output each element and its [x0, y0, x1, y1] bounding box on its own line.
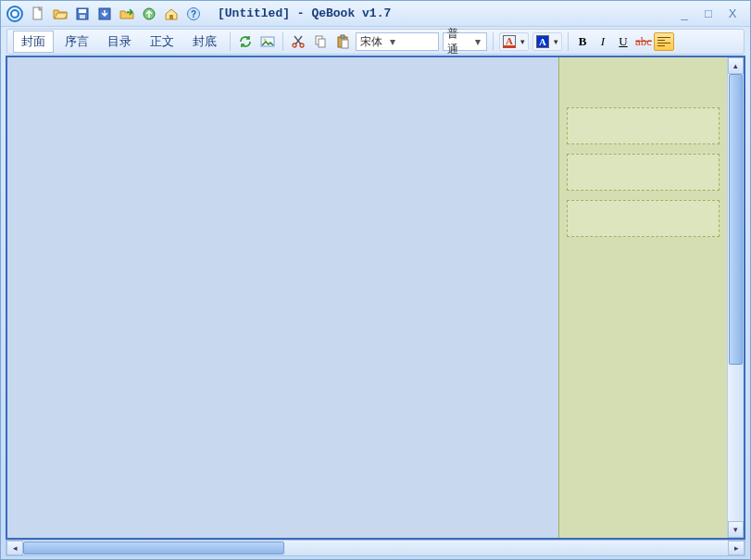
- underline-button[interactable]: U: [614, 32, 632, 51]
- chevron-down-icon: ▾: [472, 35, 484, 48]
- separator: [282, 32, 283, 51]
- window-controls: _ □ X: [676, 6, 745, 21]
- highlight-color-button[interactable]: A ▾: [532, 32, 562, 51]
- insert-picture-icon[interactable]: [257, 31, 278, 52]
- scroll-right-button[interactable]: ▸: [728, 541, 745, 555]
- refresh-icon[interactable]: [235, 31, 256, 52]
- separator: [230, 32, 231, 51]
- scroll-left-button[interactable]: ◂: [6, 541, 23, 555]
- window-title: [Untitled] - QeBook v1.7: [218, 6, 391, 20]
- publish-icon[interactable]: [139, 4, 159, 24]
- open-file-icon[interactable]: [50, 4, 70, 24]
- separator: [568, 32, 569, 51]
- maximize-button[interactable]: □: [700, 6, 717, 21]
- chevron-down-icon: ▾: [551, 37, 560, 46]
- chevron-down-icon: ▾: [518, 37, 527, 46]
- scroll-up-button[interactable]: ▴: [728, 57, 744, 74]
- workspace: ▴ ▾: [6, 56, 745, 540]
- tab-toc[interactable]: 目录: [100, 31, 139, 52]
- text-color-swatch: A: [503, 35, 516, 48]
- svg-rect-14: [319, 39, 325, 47]
- svg-rect-6: [169, 15, 173, 19]
- font-size-value: 普通: [447, 26, 469, 57]
- scroll-down-button[interactable]: ▾: [728, 521, 744, 538]
- chevron-down-icon: ▾: [386, 35, 399, 48]
- bold-button[interactable]: B: [573, 32, 592, 51]
- titlebar: ? [Untitled] - QeBook v1.7 _ □ X: [1, 1, 750, 27]
- paste-icon[interactable]: [332, 31, 353, 52]
- separator: [493, 32, 494, 51]
- hscroll-track[interactable]: [23, 541, 728, 555]
- hscroll-thumb[interactable]: [23, 541, 284, 554]
- font-family-value: 宋体: [360, 34, 382, 50]
- horizontal-scrollbar[interactable]: ◂ ▸: [6, 540, 745, 556]
- preview-slot-3[interactable]: [567, 200, 720, 237]
- help-icon[interactable]: ?: [183, 4, 204, 24]
- vertical-scrollbar[interactable]: ▴ ▾: [727, 57, 744, 538]
- font-size-combo[interactable]: 普通 ▾: [443, 32, 487, 51]
- app-logo-icon: [6, 6, 23, 22]
- highlight-color-swatch: A: [536, 35, 549, 48]
- text-color-button[interactable]: A ▾: [499, 32, 529, 51]
- close-button[interactable]: X: [724, 6, 741, 21]
- tab-preface[interactable]: 序言: [57, 31, 96, 52]
- align-button[interactable]: [654, 32, 674, 51]
- svg-rect-3: [80, 15, 85, 19]
- save-file-icon[interactable]: [72, 4, 93, 24]
- home-icon[interactable]: [161, 4, 181, 24]
- scroll-thumb[interactable]: [729, 74, 743, 365]
- import-icon[interactable]: [94, 4, 115, 24]
- preview-slot-1[interactable]: [567, 107, 720, 144]
- copy-icon[interactable]: [310, 31, 331, 52]
- canvas-area[interactable]: [7, 57, 558, 538]
- svg-rect-2: [79, 9, 86, 13]
- export-icon[interactable]: [117, 4, 137, 24]
- cut-icon[interactable]: [288, 31, 308, 52]
- tab-backcover[interactable]: 封底: [185, 31, 224, 52]
- tab-cover[interactable]: 封面: [13, 31, 54, 53]
- strikethrough-button[interactable]: abc: [634, 32, 653, 51]
- italic-button[interactable]: I: [594, 32, 612, 51]
- format-toolbar: 封面 序言 目录 正文 封底 宋体 ▾ 普通 ▾ A ▾ A ▾ B I U a…: [6, 29, 745, 55]
- preview-panel: [558, 57, 727, 538]
- font-family-combo[interactable]: 宋体 ▾: [356, 32, 439, 51]
- svg-rect-16: [341, 35, 344, 38]
- scroll-track[interactable]: [728, 74, 744, 521]
- new-file-icon[interactable]: [28, 4, 48, 24]
- tab-body[interactable]: 正文: [143, 31, 181, 52]
- svg-rect-17: [342, 40, 348, 48]
- svg-point-10: [264, 39, 267, 42]
- minimize-button[interactable]: _: [676, 6, 693, 21]
- preview-slot-2[interactable]: [567, 154, 720, 191]
- svg-text:?: ?: [191, 9, 196, 19]
